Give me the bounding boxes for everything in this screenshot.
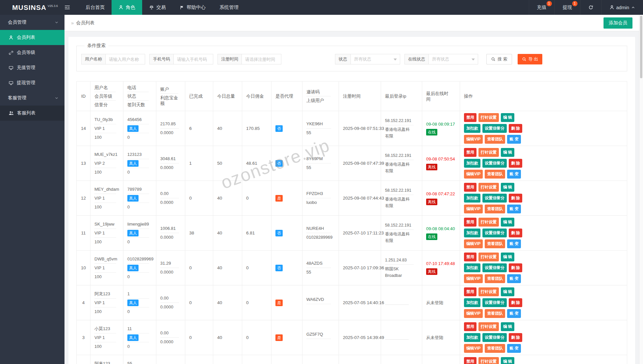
action-view-team-button[interactable]: 查看团队 bbox=[485, 135, 505, 144]
filter-select-status[interactable]: 所有状态 bbox=[351, 54, 400, 64]
action-adjust-funds-button[interactable]: 加扣款 bbox=[464, 124, 480, 133]
action-view-team-button[interactable]: 查看团队 bbox=[485, 274, 505, 283]
action-set-credit-button[interactable]: 设置信誉分 bbox=[482, 263, 507, 272]
action-disable-button[interactable]: 禁用 bbox=[464, 148, 476, 157]
action-edit-button[interactable]: 编 辑 bbox=[501, 218, 514, 227]
action-delete-button[interactable]: 删 除 bbox=[509, 124, 522, 133]
action-adjust-funds-button[interactable]: 加扣款 bbox=[464, 333, 480, 342]
action-adjust-funds-button[interactable]: 加扣款 bbox=[464, 194, 480, 203]
action-adjust-funds-button[interactable]: 加扣款 bbox=[464, 229, 480, 237]
action-disable-button[interactable]: 禁用 bbox=[464, 253, 476, 261]
action-account-change-button[interactable]: 账 变 bbox=[507, 205, 521, 213]
action-disable-button[interactable]: 禁用 bbox=[464, 218, 476, 227]
action-delete-button[interactable]: 删 除 bbox=[509, 298, 522, 307]
filter-select-online-status[interactable]: 所有状态 bbox=[429, 54, 478, 64]
sidebar-group-member-management[interactable]: 会员管理 bbox=[0, 15, 64, 30]
action-disable-button[interactable]: 禁用 bbox=[464, 322, 476, 331]
action-disable-button[interactable]: 禁用 bbox=[464, 287, 476, 296]
admin-user-menu[interactable]: admin bbox=[601, 0, 643, 15]
action-account-change-button[interactable]: 账 变 bbox=[507, 309, 521, 318]
action-inject-setting-button[interactable]: 打针设置 bbox=[478, 357, 499, 364]
refresh-button[interactable] bbox=[580, 0, 601, 15]
action-account-change-button[interactable]: 账 变 bbox=[507, 344, 521, 353]
action-set-credit-button[interactable]: 设置信誉分 bbox=[482, 159, 507, 168]
filter-input-reg-time[interactable] bbox=[242, 54, 281, 64]
sidebar-item-member-level[interactable]: 会员等级 bbox=[0, 45, 64, 60]
select-value: 所有状态 bbox=[354, 56, 371, 62]
action-edit-vip-button[interactable]: 编辑VIP bbox=[464, 170, 483, 179]
sidebar-item-service-list[interactable]: 客服列表 bbox=[0, 106, 64, 121]
action-delete-button[interactable]: 删 除 bbox=[509, 229, 522, 237]
sidebar-item-recharge-management[interactable]: 充值管理 bbox=[0, 60, 64, 75]
action-adjust-funds-button[interactable]: 加扣款 bbox=[464, 298, 480, 307]
action-delete-button[interactable]: 删 除 bbox=[509, 333, 522, 342]
action-edit-vip-button[interactable]: 编辑VIP bbox=[464, 344, 483, 353]
sidebar-toggle-button[interactable] bbox=[56, 0, 79, 15]
action-view-team-button[interactable]: 查看团队 bbox=[485, 170, 505, 179]
status-badge: 是 bbox=[275, 334, 283, 341]
recharge-nav-button[interactable]: 充值 1 bbox=[529, 0, 554, 15]
action-account-change-button[interactable]: 账 变 bbox=[507, 274, 521, 283]
action-account-change-button[interactable]: 账 变 bbox=[507, 170, 521, 179]
action-set-credit-button[interactable]: 设置信誉分 bbox=[482, 194, 507, 203]
scrollbar-thumb[interactable] bbox=[640, 16, 642, 78]
action-adjust-funds-button[interactable]: 加扣款 bbox=[464, 159, 480, 168]
nav-item-home[interactable]: 后台首页 bbox=[79, 0, 112, 15]
withdraw-nav-button[interactable]: 提现 1 bbox=[554, 0, 580, 15]
action-edit-vip-button[interactable]: 编辑VIP bbox=[464, 309, 483, 318]
filter-input-phone[interactable] bbox=[174, 54, 213, 64]
action-view-team-button[interactable]: 查看团队 bbox=[485, 344, 505, 353]
action-view-team-button[interactable]: 查看团队 bbox=[485, 239, 505, 248]
action-edit-button[interactable]: 编 辑 bbox=[501, 183, 514, 192]
action-edit-vip-button[interactable]: 编辑VIP bbox=[464, 205, 483, 213]
action-edit-button[interactable]: 编 辑 bbox=[501, 113, 514, 122]
action-view-team-button[interactable]: 查看团队 bbox=[485, 309, 505, 318]
cell-invite: GZ5F7Q bbox=[302, 320, 339, 355]
action-inject-setting-button[interactable]: 打针设置 bbox=[478, 287, 499, 296]
sidebar-item-member-list[interactable]: 会员列表 bbox=[0, 30, 64, 45]
sidebar-item-withdraw-management[interactable]: 提现管理 bbox=[0, 75, 64, 90]
action-delete-button[interactable]: 删 除 bbox=[509, 159, 522, 168]
action-adjust-funds-button[interactable]: 加扣款 bbox=[464, 263, 480, 272]
cell-agent: 是 bbox=[271, 181, 302, 216]
action-disable-button[interactable]: 禁用 bbox=[464, 357, 476, 364]
action-edit-button[interactable]: 编 辑 bbox=[501, 148, 514, 157]
action-account-change-button[interactable]: 账 变 bbox=[507, 239, 521, 248]
nav-item-role[interactable]: 角色 bbox=[112, 0, 142, 15]
action-delete-button[interactable]: 删 除 bbox=[509, 263, 522, 272]
member-list-card: 条件搜索 用户名称手机号码注册时间状态所有状态在线状态所有状态搜 索导 出 ID… bbox=[68, 37, 635, 364]
filter-input-username[interactable] bbox=[106, 54, 145, 64]
action-account-change-button[interactable]: 账 变 bbox=[507, 135, 521, 144]
nav-item-system[interactable]: 系统管理 bbox=[213, 0, 245, 15]
action-edit-button[interactable]: 编 辑 bbox=[501, 287, 514, 296]
sidebar-group-service-management[interactable]: 客服管理 bbox=[0, 90, 64, 106]
cell-line: 789789 bbox=[127, 185, 149, 194]
export-button[interactable]: 导 出 bbox=[518, 54, 543, 64]
action-set-credit-button[interactable]: 设置信誉分 bbox=[482, 333, 507, 342]
nav-item-help[interactable]: 帮助中心 bbox=[173, 0, 213, 15]
action-view-team-button[interactable]: 查看团队 bbox=[485, 205, 505, 213]
action-inject-setting-button[interactable]: 打针设置 bbox=[478, 218, 499, 227]
action-inject-setting-button[interactable]: 打针设置 bbox=[478, 253, 499, 261]
action-disable-button[interactable]: 禁用 bbox=[464, 183, 476, 192]
search-button[interactable]: 搜 索 bbox=[486, 54, 512, 64]
action-set-credit-button[interactable]: 设置信誉分 bbox=[482, 124, 507, 133]
filter-label: 状态 bbox=[335, 54, 351, 64]
cell-stack: 123123真人0 bbox=[127, 150, 149, 177]
action-inject-setting-button[interactable]: 打针设置 bbox=[478, 113, 499, 122]
action-edit-vip-button[interactable]: 编辑VIP bbox=[464, 239, 483, 248]
action-inject-setting-button[interactable]: 打针设置 bbox=[478, 183, 499, 192]
action-inject-setting-button[interactable]: 打针设置 bbox=[478, 148, 499, 157]
action-set-credit-button[interactable]: 设置信誉分 bbox=[482, 298, 507, 307]
action-edit-button[interactable]: 编 辑 bbox=[501, 253, 514, 261]
nav-item-trade[interactable]: 交易 bbox=[142, 0, 173, 15]
action-disable-button[interactable]: 禁用 bbox=[464, 113, 476, 122]
action-inject-setting-button[interactable]: 打针设置 bbox=[478, 322, 499, 331]
action-delete-button[interactable]: 删 除 bbox=[509, 194, 522, 203]
action-set-credit-button[interactable]: 设置信誉分 bbox=[482, 229, 507, 237]
action-edit-vip-button[interactable]: 编辑VIP bbox=[464, 274, 483, 283]
action-edit-button[interactable]: 编 辑 bbox=[501, 357, 514, 364]
action-edit-vip-button[interactable]: 编辑VIP bbox=[464, 135, 483, 144]
add-member-button[interactable]: 添加会员 bbox=[604, 17, 632, 29]
action-edit-button[interactable]: 编 辑 bbox=[501, 322, 514, 331]
